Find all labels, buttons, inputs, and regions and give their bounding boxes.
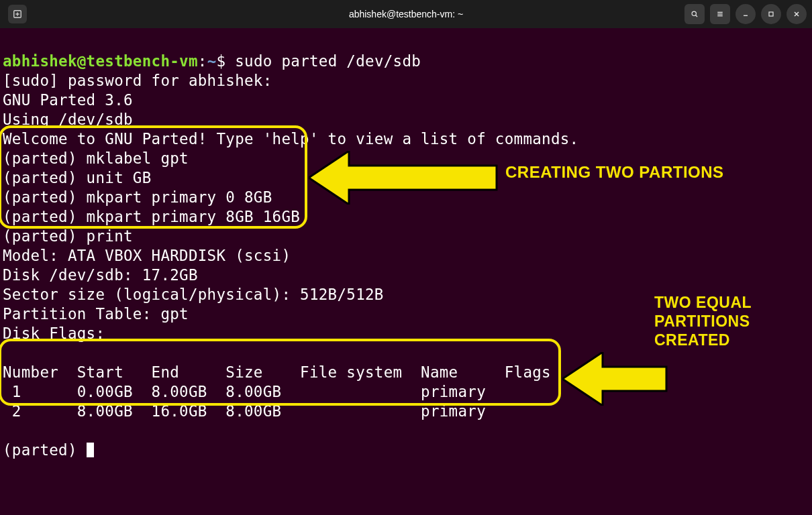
minimize-icon	[742, 10, 750, 18]
output-line: [sudo] password for abhishek:	[3, 72, 272, 89]
search-icon	[691, 10, 699, 18]
search-button[interactable]	[684, 4, 705, 24]
output-line: Disk /dev/sdb: 17.2GB	[3, 266, 198, 284]
svg-marker-13	[562, 352, 666, 406]
parted-line: (parted) mkpart primary 8GB 16GB	[3, 208, 300, 225]
output-line: GNU Parted 3.6	[3, 91, 133, 109]
prompt-sep: :	[198, 52, 207, 70]
output-line: Welcome to GNU Parted! Type 'help' to vi…	[3, 130, 578, 148]
parted-line: (parted) unit GB	[3, 169, 152, 186]
output-line: Model: ATA VBOX HARDDISK (scsi)	[3, 247, 291, 264]
parted-line: (parted) print	[3, 227, 133, 245]
svg-rect-9	[769, 12, 773, 16]
parted-line: (parted) mkpart primary 0 8GB	[3, 188, 272, 206]
output-line: Partition Table: gpt	[3, 305, 189, 323]
svg-line-4	[696, 15, 697, 17]
close-icon	[793, 10, 801, 18]
table-header: Number Start End Size File system Name F…	[3, 363, 551, 381]
output-line: Disk Flags:	[3, 325, 105, 342]
prompt-user-host: abhishek@testbench-vm	[3, 52, 198, 70]
annotation-arrow-1	[309, 151, 503, 205]
svg-point-3	[692, 11, 696, 15]
typed-command: sudo parted /dev/sdb	[235, 52, 421, 70]
parted-line: (parted) mklabel gpt	[3, 150, 189, 167]
maximize-icon	[767, 10, 775, 18]
hamburger-menu-button[interactable]	[710, 4, 730, 24]
annotation-label-1: CREATING TWO PARTIONS	[505, 163, 724, 182]
hamburger-icon	[716, 10, 724, 18]
output-line: Using /dev/sdb	[3, 111, 133, 128]
terminal-area[interactable]: abhishek@testbench-vm:~$ sudo parted /de…	[0, 28, 812, 463]
window-controls	[684, 4, 807, 24]
maximize-button[interactable]	[761, 4, 781, 24]
window-titlebar: abhishek@testbench-vm: ~	[0, 0, 812, 28]
annotation-arrow-2	[562, 352, 670, 406]
window-title: abhishek@testbench-vm: ~	[349, 9, 463, 19]
annotation-label-2: TWO EQUAL PARTITIONS CREATED	[654, 293, 752, 349]
prompt-path: ~	[207, 52, 217, 70]
minimize-button[interactable]	[735, 4, 756, 24]
close-button[interactable]	[786, 4, 807, 24]
prompt-dollar: $	[217, 52, 226, 70]
table-row: 2 8.00GB 16.0GB 8.00GB primary	[3, 402, 486, 420]
new-tab-button[interactable]	[8, 5, 27, 23]
output-line: Sector size (logical/physical): 512B/512…	[3, 286, 384, 303]
svg-marker-12	[309, 151, 497, 205]
parted-prompt: (parted)	[3, 441, 87, 459]
terminal-cursor	[87, 443, 94, 457]
new-tab-icon	[13, 9, 22, 19]
table-row: 1 0.00GB 8.00GB 8.00GB primary	[3, 383, 486, 400]
